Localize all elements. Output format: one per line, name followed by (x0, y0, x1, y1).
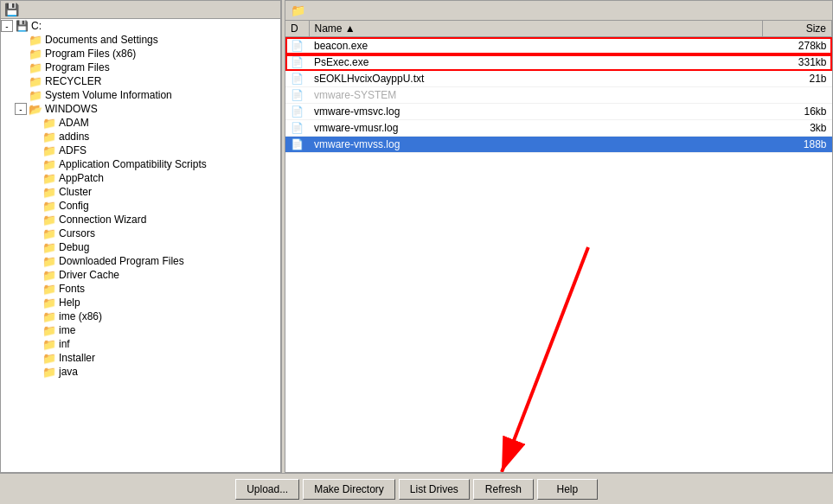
col-name[interactable]: Name ▲ (309, 21, 763, 37)
tree-label-adfs: ADFS (59, 144, 87, 156)
tree-item-program-files[interactable]: 📁 Program Files (1, 61, 280, 74)
table-row-vmware-vmusr-log[interactable]: 📄 vmware-vmusr.log 3kb (285, 120, 832, 137)
tree-item-ime-x86[interactable]: 📁 ime (x86) (1, 309, 280, 323)
tree-label-windows: WINDOWS (45, 103, 98, 115)
tree-item-ime[interactable]: 📁 ime (1, 323, 280, 337)
help-button[interactable]: Help (537, 479, 598, 500)
file-size-cell: 16kb (763, 104, 832, 120)
folder-icon-inf: 📁 (42, 338, 56, 350)
tree-item-connection-wizard[interactable]: 📁 Connection Wizard (1, 213, 280, 226)
tree-item-system-volume-information[interactable]: 📁 System Volume Information (1, 88, 280, 102)
tree-label-program-files: Program Files (45, 61, 110, 73)
upload-button[interactable]: Upload... (235, 479, 299, 500)
folder-icon-windows: 📂 (29, 103, 42, 115)
tree-label-config: Config (59, 200, 89, 212)
file-icon: 📄 (291, 122, 304, 134)
tree-label-adam: ADAM (59, 117, 89, 129)
tree-item-recycler[interactable]: 📁 RECYCLER (1, 74, 280, 88)
tree-item-root[interactable]: - 💾 C: (1, 19, 280, 33)
tree-label-system-volume-information: System Volume Information (45, 89, 172, 101)
tree-item-driver-cache[interactable]: 📁 Driver Cache (1, 268, 280, 282)
refresh-button[interactable]: Refresh (473, 479, 534, 500)
tree-item-windows[interactable]: - 📂 WINDOWS (1, 102, 280, 116)
file-size-cell: 331kb (763, 54, 832, 71)
tree-item-installer[interactable]: 📁 Installer (1, 351, 280, 365)
tree-label-help: Help (59, 297, 80, 309)
file-icon: 📄 (291, 73, 304, 85)
tree-label-driver-cache: Driver Cache (59, 269, 119, 281)
folder-icon-program-files: 📁 (29, 61, 42, 73)
tree-item-config[interactable]: 📁 Config (1, 199, 280, 213)
tree-label-ime: ime (59, 324, 75, 336)
folder-icon-ime: 📁 (42, 324, 56, 336)
folder-icon-ime-x86: 📁 (42, 310, 56, 322)
tree-item-help[interactable]: 📁 Help (1, 296, 280, 309)
file-name-cell: vmware-vmsvc.log (309, 104, 763, 120)
tree-label-java: java (59, 366, 78, 378)
folder-icon-system-volume-information: 📁 (29, 89, 42, 101)
folder-icon-driver-cache: 📁 (42, 269, 56, 281)
file-icon-cell: 📄 (285, 37, 309, 54)
table-row-vmware-system[interactable]: 📄 vmware-SYSTEM (285, 87, 832, 104)
file-icon-cell: 📄 (285, 120, 309, 137)
tree-item-inf[interactable]: 📁 inf (1, 337, 280, 351)
tree-item-adam[interactable]: 📁 ADAM (1, 116, 280, 130)
tree-item-addins[interactable]: 📁 addins (1, 130, 280, 144)
table-row-seoklhvcix[interactable]: 📄 sEOKLHvcixOayppU.txt 21b (285, 71, 832, 87)
tree-label-cluster: Cluster (59, 186, 92, 198)
folder-icon-program-files-x86: 📁 (29, 48, 42, 60)
table-row-beacon-exe[interactable]: 📄 beacon.exe 278kb (285, 37, 832, 54)
tree-container[interactable]: - 💾 C: 📁 Documents and Settings 📁 Progra… (1, 19, 280, 472)
tree-item-downloaded-program-files[interactable]: 📁 Downloaded Program Files (1, 254, 280, 268)
folder-icon-downloaded-program-files: 📁 (42, 255, 56, 267)
tree-expand-root[interactable]: - (1, 20, 13, 32)
table-row-psexec-exe[interactable]: 📄 PsExec.exe 331kb (285, 54, 832, 71)
make-directory-button[interactable]: Make Directory (303, 479, 395, 500)
file-size-cell (763, 87, 832, 104)
table-row-vmware-vmsvc-log[interactable]: 📄 vmware-vmsvc.log 16kb (285, 104, 832, 120)
tree-item-debug[interactable]: 📁 Debug (1, 240, 280, 254)
folder-icon-apppatch: 📁 (42, 172, 56, 184)
folder-icon-java: 📁 (42, 366, 56, 378)
tree-item-program-files-x86[interactable]: 📁 Program Files (x86) (1, 47, 280, 61)
file-name-cell: PsExec.exe (309, 54, 763, 71)
folder-icon-installer: 📁 (42, 352, 56, 364)
left-panel-header: 💾 (1, 1, 280, 19)
tree-expand-windows[interactable]: - (15, 103, 27, 115)
file-size-cell: 21b (763, 71, 832, 87)
folder-icon-addins: 📁 (42, 131, 56, 143)
file-icon: 📄 (291, 40, 304, 52)
folder-icon-debug: 📁 (42, 241, 56, 253)
tree-item-apppatch[interactable]: 📁 AppPatch (1, 171, 280, 185)
tree-item-cluster[interactable]: 📁 Cluster (1, 185, 280, 199)
table-row-vmware-vmvss-log[interactable]: 📄 vmware-vmvss.log 188b (285, 137, 832, 153)
file-icon: 📄 (291, 105, 304, 118)
right-panel-header: 📁 (285, 1, 832, 21)
tree-label-app-compat-scripts: Application Compatibility Scripts (59, 158, 207, 170)
file-icon: 📄 (291, 138, 304, 150)
tree-item-cursors[interactable]: 📁 Cursors (1, 226, 280, 240)
tree-item-documents-and-settings[interactable]: 📁 Documents and Settings (1, 33, 280, 47)
file-name-cell: vmware-SYSTEM (309, 87, 763, 104)
file-icon-cell: 📄 (285, 54, 309, 71)
tree-item-java[interactable]: 📁 java (1, 365, 280, 379)
tree-label-ime-x86: ime (x86) (59, 310, 102, 322)
file-icon-cell: 📄 (285, 104, 309, 120)
tree-item-app-compat-scripts[interactable]: 📁 Application Compatibility Scripts (1, 157, 280, 171)
tree-label-debug: Debug (59, 241, 89, 253)
tree-label-connection-wizard: Connection Wizard (59, 214, 146, 226)
col-size[interactable]: Size (763, 21, 832, 37)
tree-label-apppatch: AppPatch (59, 172, 104, 184)
tree-label-documents-and-settings: Documents and Settings (45, 34, 158, 46)
folder-icon-help: 📁 (42, 297, 56, 309)
file-table[interactable]: D Name ▲ Size 📄 beacon.exe 278kb 📄 PsExe… (285, 21, 832, 472)
col-d[interactable]: D (285, 21, 309, 37)
list-drives-button[interactable]: List Drives (399, 479, 470, 500)
tree-label-downloaded-program-files: Downloaded Program Files (59, 255, 184, 267)
tree-item-fonts[interactable]: 📁 Fonts (1, 282, 280, 296)
file-size-cell: 188b (763, 137, 832, 153)
tree-item-adfs[interactable]: 📁 ADFS (1, 144, 280, 157)
right-panel: 📁 D Name ▲ Size 📄 beacon.exe 278kb 📄 PsE… (285, 0, 833, 473)
file-name-cell: beacon.exe (309, 37, 763, 54)
file-icon-cell: 📄 (285, 87, 309, 104)
